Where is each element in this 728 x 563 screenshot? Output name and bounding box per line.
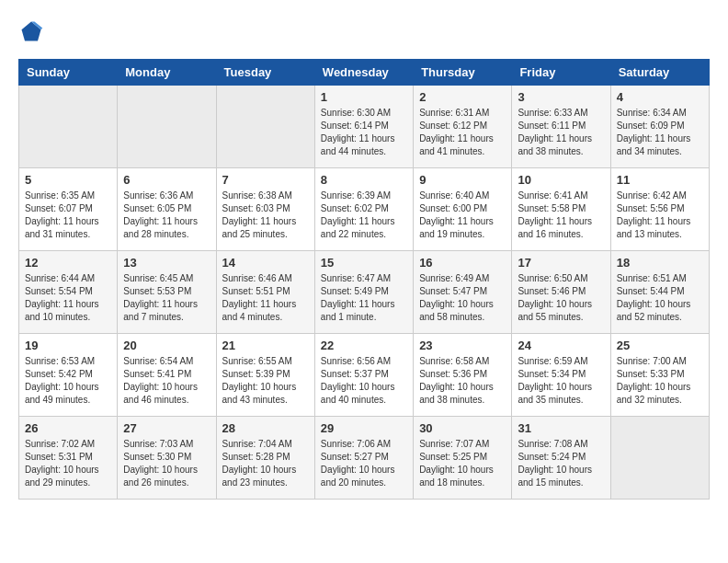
calendar-cell (19, 86, 118, 168)
day-info: Sunrise: 7:03 AM Sunset: 5:30 PM Dayligh… (123, 438, 210, 489)
day-number: 10 (518, 173, 604, 187)
day-number: 29 (321, 421, 407, 435)
day-number: 22 (321, 339, 407, 352)
calendar-cell: 21Sunrise: 6:55 AM Sunset: 5:39 PM Dayli… (216, 334, 314, 417)
calendar-cell: 3Sunrise: 6:33 AM Sunset: 6:11 PM Daylig… (512, 86, 610, 168)
calendar-cell: 14Sunrise: 6:46 AM Sunset: 5:51 PM Dayli… (216, 251, 314, 334)
day-info: Sunrise: 6:40 AM Sunset: 6:00 PM Dayligh… (419, 190, 506, 241)
calendar-cell: 24Sunrise: 6:59 AM Sunset: 5:34 PM Dayli… (512, 334, 610, 417)
day-info: Sunrise: 7:00 AM Sunset: 5:33 PM Dayligh… (617, 355, 703, 407)
logo (18, 18, 48, 44)
day-number: 16 (419, 256, 506, 270)
calendar-cell: 18Sunrise: 6:51 AM Sunset: 5:44 PM Dayli… (610, 251, 709, 334)
calendar-cell: 17Sunrise: 6:50 AM Sunset: 5:46 PM Dayli… (512, 251, 610, 334)
calendar-cell: 15Sunrise: 6:47 AM Sunset: 5:49 PM Dayli… (314, 251, 413, 334)
day-number: 14 (222, 256, 309, 270)
calendar-header-row: SundayMondayTuesdayWednesdayThursdayFrid… (19, 60, 710, 86)
calendar-cell: 28Sunrise: 7:04 AM Sunset: 5:28 PM Dayli… (216, 417, 314, 500)
calendar-cell: 27Sunrise: 7:03 AM Sunset: 5:30 PM Dayli… (118, 417, 216, 500)
day-info: Sunrise: 6:55 AM Sunset: 5:39 PM Dayligh… (222, 355, 309, 407)
day-info: Sunrise: 6:35 AM Sunset: 6:07 PM Dayligh… (25, 190, 111, 241)
day-number: 28 (222, 421, 309, 435)
calendar-header-friday: Friday (512, 60, 610, 86)
day-info: Sunrise: 6:41 AM Sunset: 5:58 PM Dayligh… (518, 190, 604, 241)
day-number: 21 (222, 339, 309, 352)
calendar-cell: 8Sunrise: 6:39 AM Sunset: 6:02 PM Daylig… (314, 168, 413, 251)
logo-icon (18, 18, 44, 44)
calendar-cell: 5Sunrise: 6:35 AM Sunset: 6:07 PM Daylig… (19, 168, 118, 251)
calendar-cell: 20Sunrise: 6:54 AM Sunset: 5:41 PM Dayli… (118, 334, 216, 417)
day-number: 19 (25, 339, 111, 352)
calendar-cell: 1Sunrise: 6:30 AM Sunset: 6:14 PM Daylig… (314, 86, 413, 168)
day-number: 8 (321, 173, 407, 187)
calendar-cell: 19Sunrise: 6:53 AM Sunset: 5:42 PM Dayli… (19, 334, 118, 417)
day-number: 25 (617, 339, 703, 352)
calendar-cell (118, 86, 216, 168)
calendar-cell: 31Sunrise: 7:08 AM Sunset: 5:24 PM Dayli… (512, 417, 610, 500)
day-info: Sunrise: 6:45 AM Sunset: 5:53 PM Dayligh… (123, 272, 210, 324)
calendar-cell: 4Sunrise: 6:34 AM Sunset: 6:09 PM Daylig… (610, 86, 709, 168)
day-info: Sunrise: 7:02 AM Sunset: 5:31 PM Dayligh… (25, 438, 111, 489)
day-info: Sunrise: 6:33 AM Sunset: 6:11 PM Dayligh… (518, 107, 604, 158)
day-info: Sunrise: 6:53 AM Sunset: 5:42 PM Dayligh… (25, 355, 111, 407)
calendar-cell: 2Sunrise: 6:31 AM Sunset: 6:12 PM Daylig… (414, 86, 512, 168)
day-info: Sunrise: 6:31 AM Sunset: 6:12 PM Dayligh… (419, 107, 506, 158)
calendar-cell (216, 86, 314, 168)
day-number: 5 (25, 173, 111, 187)
day-number: 26 (25, 421, 111, 435)
calendar-header-sunday: Sunday (19, 60, 118, 86)
day-info: Sunrise: 6:56 AM Sunset: 5:37 PM Dayligh… (321, 355, 407, 407)
day-number: 9 (419, 173, 506, 187)
calendar-header-tuesday: Tuesday (216, 60, 314, 86)
calendar-table: SundayMondayTuesdayWednesdayThursdayFrid… (18, 59, 710, 500)
calendar-cell: 6Sunrise: 6:36 AM Sunset: 6:05 PM Daylig… (118, 168, 216, 251)
calendar-week-row: 12Sunrise: 6:44 AM Sunset: 5:54 PM Dayli… (19, 251, 710, 334)
calendar-cell: 29Sunrise: 7:06 AM Sunset: 5:27 PM Dayli… (314, 417, 413, 500)
day-info: Sunrise: 6:47 AM Sunset: 5:49 PM Dayligh… (321, 272, 407, 324)
calendar-week-row: 19Sunrise: 6:53 AM Sunset: 5:42 PM Dayli… (19, 334, 710, 417)
day-info: Sunrise: 6:34 AM Sunset: 6:09 PM Dayligh… (617, 107, 703, 158)
day-number: 17 (518, 256, 604, 270)
calendar-cell: 9Sunrise: 6:40 AM Sunset: 6:00 PM Daylig… (414, 168, 512, 251)
day-info: Sunrise: 6:36 AM Sunset: 6:05 PM Dayligh… (123, 190, 210, 241)
day-info: Sunrise: 6:58 AM Sunset: 5:36 PM Dayligh… (419, 355, 506, 407)
page-header (18, 18, 710, 44)
calendar-cell (610, 417, 709, 500)
day-number: 27 (123, 421, 210, 435)
day-number: 12 (25, 256, 111, 270)
calendar-header-wednesday: Wednesday (314, 60, 413, 86)
day-number: 15 (321, 256, 407, 270)
calendar-cell: 25Sunrise: 7:00 AM Sunset: 5:33 PM Dayli… (610, 334, 709, 417)
day-info: Sunrise: 7:06 AM Sunset: 5:27 PM Dayligh… (321, 438, 407, 489)
calendar-cell: 10Sunrise: 6:41 AM Sunset: 5:58 PM Dayli… (512, 168, 610, 251)
day-info: Sunrise: 6:38 AM Sunset: 6:03 PM Dayligh… (222, 190, 309, 241)
day-info: Sunrise: 6:46 AM Sunset: 5:51 PM Dayligh… (222, 272, 309, 324)
calendar-cell: 22Sunrise: 6:56 AM Sunset: 5:37 PM Dayli… (314, 334, 413, 417)
day-number: 13 (123, 256, 210, 270)
calendar-header-thursday: Thursday (414, 60, 512, 86)
day-info: Sunrise: 6:42 AM Sunset: 5:56 PM Dayligh… (617, 190, 703, 241)
calendar-cell: 30Sunrise: 7:07 AM Sunset: 5:25 PM Dayli… (414, 417, 512, 500)
day-info: Sunrise: 6:50 AM Sunset: 5:46 PM Dayligh… (518, 272, 604, 324)
day-number: 6 (123, 173, 210, 187)
day-number: 7 (222, 173, 309, 187)
calendar-week-row: 5Sunrise: 6:35 AM Sunset: 6:07 PM Daylig… (19, 168, 710, 251)
day-number: 24 (518, 339, 604, 352)
day-info: Sunrise: 6:51 AM Sunset: 5:44 PM Dayligh… (617, 272, 703, 324)
day-number: 2 (419, 90, 506, 104)
day-number: 23 (419, 339, 506, 352)
day-info: Sunrise: 6:59 AM Sunset: 5:34 PM Dayligh… (518, 355, 604, 407)
calendar-week-row: 1Sunrise: 6:30 AM Sunset: 6:14 PM Daylig… (19, 86, 710, 168)
calendar-cell: 16Sunrise: 6:49 AM Sunset: 5:47 PM Dayli… (414, 251, 512, 334)
calendar-cell: 12Sunrise: 6:44 AM Sunset: 5:54 PM Dayli… (19, 251, 118, 334)
day-number: 31 (518, 421, 604, 435)
calendar-cell: 11Sunrise: 6:42 AM Sunset: 5:56 PM Dayli… (610, 168, 709, 251)
day-number: 18 (617, 256, 703, 270)
day-number: 11 (617, 173, 703, 187)
day-info: Sunrise: 6:39 AM Sunset: 6:02 PM Dayligh… (321, 190, 407, 241)
day-number: 4 (617, 90, 703, 104)
day-info: Sunrise: 6:54 AM Sunset: 5:41 PM Dayligh… (123, 355, 210, 407)
calendar-cell: 23Sunrise: 6:58 AM Sunset: 5:36 PM Dayli… (414, 334, 512, 417)
day-number: 20 (123, 339, 210, 352)
calendar-cell: 13Sunrise: 6:45 AM Sunset: 5:53 PM Dayli… (118, 251, 216, 334)
